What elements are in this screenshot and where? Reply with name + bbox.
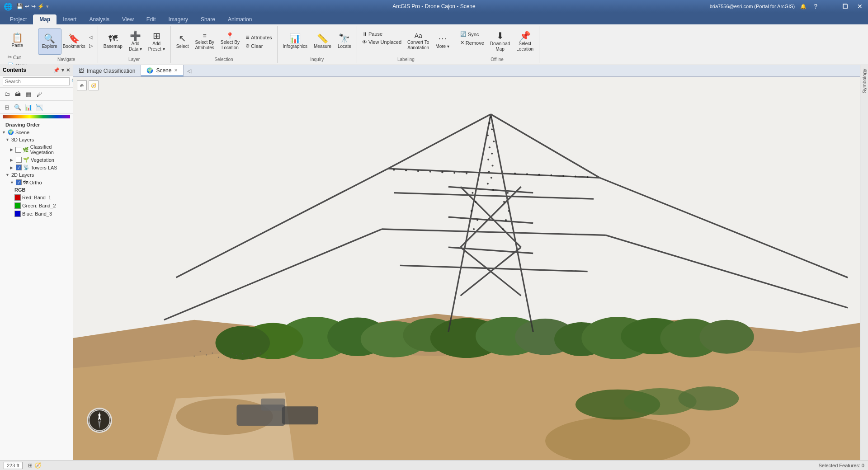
tab-edit[interactable]: Edit (140, 14, 162, 24)
svg-text:N: N (98, 413, 101, 417)
nav-tools-button[interactable]: 🧭 (89, 80, 99, 90)
cut-button[interactable]: ✂ Cut (5, 53, 29, 61)
view-unplaced-button[interactable]: 👁 View Unplaced (360, 38, 404, 46)
svg-point-48 (489, 146, 491, 148)
convert-to-annotation-button[interactable]: Aa Convert ToAnnotation (405, 28, 432, 55)
edit-layer-button[interactable]: 🖊 (34, 89, 44, 99)
scene-tab-close[interactable]: ✕ (174, 68, 178, 73)
scene-arrow: ▼ (2, 130, 6, 135)
svg-point-78 (575, 176, 576, 178)
tab-image-classification[interactable]: 🖼 Image Classification (73, 65, 141, 76)
tab-map[interactable]: Map (33, 14, 57, 24)
qa-dropdown[interactable]: ▾ (46, 4, 49, 9)
inquiry-tools: 📊 Infographics 📏 Measure 🔭 Locate (280, 27, 354, 56)
svg-point-70 (441, 171, 443, 173)
tree-item-red-band[interactable]: Red: Band_1 (0, 193, 73, 202)
clear-selection-button[interactable]: ⊘ Clear (243, 42, 274, 50)
3d-layer-button[interactable]: 🏔 (13, 89, 23, 99)
tab-insert[interactable]: Insert (57, 14, 83, 24)
tree-item-2d-layers[interactable]: ▼ 2D Layers (0, 171, 73, 179)
tree-item-green-band[interactable]: Green: Band_2 (0, 202, 73, 210)
green-swatch (14, 202, 21, 209)
add-preset-button[interactable]: ⊞ AddPreset ▾ (146, 28, 168, 55)
svg-point-91 (218, 357, 219, 358)
ortho-checkbox[interactable]: ✓ (16, 179, 22, 185)
close-button[interactable]: ✕ (855, 3, 864, 10)
select-location-button[interactable]: 📌 SelectLocation (514, 28, 536, 55)
line-chart-button[interactable]: 📉 (34, 102, 44, 112)
tree-item-towers-las[interactable]: ▶ ✓ 📡 Towers LAS (0, 164, 73, 171)
tab-animation[interactable]: Animation (222, 14, 258, 24)
towers-las-checkbox[interactable]: ✓ (16, 164, 22, 170)
go-back-button[interactable]: ◁ (87, 33, 95, 41)
sync-button[interactable]: 🔄 Sync (458, 30, 486, 38)
filter-button[interactable]: 🔍 (13, 102, 23, 112)
tree-item-3d-layers[interactable]: ▼ 3D Layers (0, 136, 73, 143)
scene-area: 🖼 Image Classification 🌍 Scene ✕ ◁ (73, 65, 860, 460)
maximize-button[interactable]: ⧠ (840, 3, 850, 10)
grid-view-button[interactable]: ⊞ (28, 462, 33, 469)
locate-button[interactable]: 🔭 Locate (335, 28, 354, 55)
remove-offline-button[interactable]: ✕ Remove (458, 39, 486, 47)
tree-item-ortho[interactable]: ▼ ✓ 🗺 Ortho (0, 179, 73, 186)
collapse-arrow[interactable]: ◁ (184, 65, 860, 76)
zoom-to-extent-button[interactable]: ⊕ (77, 80, 87, 90)
run-button[interactable]: ⚡ (38, 3, 44, 9)
more-labeling-button[interactable]: ⋯ More ▾ (433, 28, 452, 55)
redo-button[interactable]: ↪ (31, 3, 36, 9)
basemap-button[interactable]: 🗺 Basemap (101, 28, 125, 55)
search-input[interactable] (3, 77, 70, 85)
undo-button[interactable]: ↩ (25, 3, 29, 9)
vegetation-checkbox[interactable] (16, 157, 22, 163)
tab-imagery[interactable]: Imagery (162, 14, 194, 24)
tab-analysis[interactable]: Analysis (83, 14, 116, 24)
download-map-button[interactable]: ⬇ DownloadMap (487, 28, 513, 55)
tab-scene[interactable]: 🌍 Scene ✕ (141, 65, 184, 76)
measure-button[interactable]: 📏 Measure (311, 28, 334, 55)
svg-rect-85 (261, 399, 285, 411)
select-button[interactable]: ↖ Select (174, 28, 192, 55)
classified-veg-checkbox[interactable] (15, 147, 21, 153)
pin-button[interactable]: 📌 (53, 67, 60, 73)
notification-icon[interactable]: 🔔 (800, 4, 807, 9)
scene-viewport[interactable]: N ⊕ 🧭 (73, 77, 860, 460)
scene-icon: 🌍 (8, 129, 14, 135)
chart-button[interactable]: 📊 (24, 102, 33, 112)
tab-project[interactable]: Project (4, 14, 33, 24)
attributes-button[interactable]: ≣ Attributes (243, 33, 274, 41)
help-button[interactable]: ? (812, 3, 819, 10)
contents-menu-button[interactable]: ▾ (61, 67, 64, 73)
offline-group-label: Offline (458, 56, 536, 62)
tree-item-vegetation[interactable]: ▶ 🌱 Vegetation (0, 156, 73, 164)
tree-item-classified-vegetation[interactable]: ▶ 🌿 Classified Vegetation (0, 143, 73, 156)
select-by-attributes-button[interactable]: ≡ Select ByAttributes (193, 28, 217, 55)
add-data-button[interactable]: ➕ AddData ▾ (126, 28, 145, 55)
explore-button[interactable]: 🔍 Explore (38, 28, 61, 55)
go-forward-button[interactable]: ▷ (87, 42, 95, 50)
contents-close-button[interactable]: ✕ (66, 67, 70, 73)
svg-point-92 (224, 354, 225, 355)
tile-layer-button[interactable]: ▦ (24, 89, 33, 99)
tab-share[interactable]: Share (194, 14, 222, 24)
tree-item-scene[interactable]: ▼ 🌍 Scene (0, 128, 73, 136)
status-bar: 223 ft ⊞ 🧭 Selected Features: 0 (0, 460, 868, 470)
save-button[interactable]: 💾 (16, 3, 23, 9)
tab-view[interactable]: View (116, 14, 140, 24)
infographics-button[interactable]: 📊 Infographics (280, 28, 310, 55)
paste-button[interactable]: 📋 Paste (6, 28, 28, 53)
bookmarks-button[interactable]: 🔖 Bookmarks (62, 28, 86, 55)
layer-tree: Drawing Order ▼ 🌍 Scene ▼ 3D Layers ▶ 🌿 … (0, 119, 73, 460)
compass-widget[interactable]: N (87, 408, 112, 433)
labeling-tools: ⏸ Pause 👁 View Unplaced Aa Convert ToAnn… (360, 27, 452, 56)
tree-item-blue-band[interactable]: Blue: Band_3 (0, 210, 73, 218)
add-layer-button[interactable]: ⊞ (2, 102, 12, 112)
navigate-tools: 🔍 Explore 🔖 Bookmarks ◁ ▷ (38, 27, 95, 56)
svg-point-75 (538, 174, 540, 176)
symbology-label[interactable]: Symbology (861, 67, 868, 95)
select-by-location-button[interactable]: 📍 Select ByLocation (218, 28, 242, 55)
scale-display[interactable]: 223 ft (4, 462, 23, 469)
minimize-button[interactable]: — (825, 3, 835, 10)
compass-button[interactable]: 🧭 (34, 462, 41, 469)
group-layer-button[interactable]: 🗂 (2, 89, 12, 99)
pause-button[interactable]: ⏸ Pause (360, 30, 404, 38)
